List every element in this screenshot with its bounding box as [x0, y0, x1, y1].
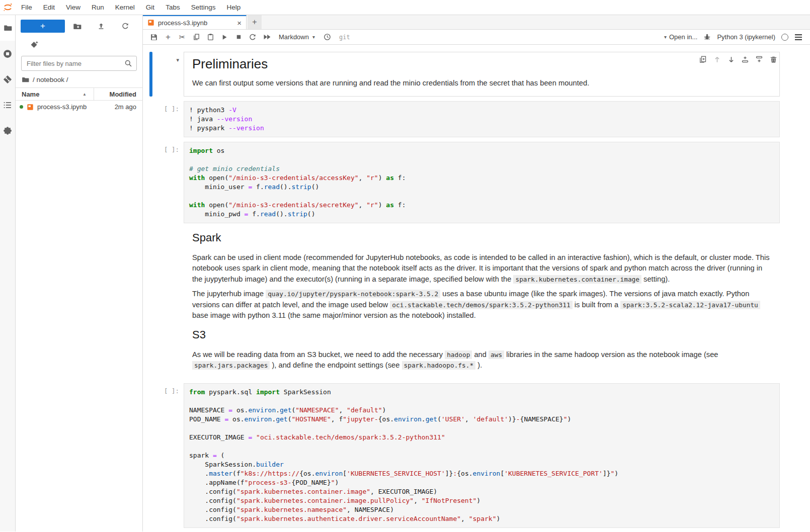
md-text: As we will be reading data from an S3 bu… — [192, 350, 445, 359]
kernel-name[interactable]: Python 3 (ipykernel) — [717, 33, 775, 41]
cell-input-prompt: [ ]: — [152, 142, 184, 223]
tab-process-s3[interactable]: process-s3.ipynb × — [143, 15, 247, 29]
debugger-bug-icon[interactable] — [703, 33, 711, 41]
refresh-button[interactable] — [118, 20, 132, 32]
add-cell-button[interactable]: + — [161, 31, 175, 43]
notebook-file-icon — [147, 19, 154, 26]
notebook-file-icon — [27, 104, 34, 111]
code-line: ! python3 -V — [189, 106, 774, 115]
breadcrumb[interactable]: / notebook / — [16, 71, 142, 87]
cell-input-prompt: [ ]: — [152, 383, 184, 528]
folder-icon — [4, 24, 12, 32]
inline-code: spark.hadoopo.fs.* — [402, 361, 476, 370]
execution-time-icon[interactable] — [320, 31, 334, 43]
md-p: As we will be reading data from an S3 bu… — [192, 349, 771, 371]
jupyter-logo-icon — [0, 3, 16, 12]
left-sidebar — [0, 15, 16, 531]
upload-button[interactable] — [94, 20, 108, 32]
code-cell[interactable]: [ ]:! python3 -V! java --version! pyspar… — [149, 101, 780, 137]
sidebar-tab-file-browser[interactable] — [0, 15, 15, 41]
heading-collapse-icon[interactable]: ▾ — [176, 57, 179, 63]
md-text: and — [472, 350, 489, 359]
code-line — [189, 442, 774, 451]
puzzle-icon — [3, 126, 12, 135]
sidebar-tab-extension-manager[interactable] — [0, 118, 15, 143]
code-line — [189, 424, 774, 433]
tab-bar: process-s3.ipynb × + — [143, 15, 810, 30]
md-text: We can first output some versions that a… — [192, 79, 589, 87]
column-modified[interactable]: Modified — [94, 88, 142, 100]
md-text: base image with python 3.11 (the same ma… — [192, 311, 476, 319]
code-line — [189, 397, 774, 406]
sidebar-tab-running-sessions[interactable] — [0, 41, 15, 66]
git-clone-icon[interactable] — [31, 41, 39, 49]
copy-cells-button[interactable] — [189, 31, 203, 43]
code-line: ! java --version — [189, 115, 774, 124]
code-line: import os — [189, 146, 774, 155]
new-launcher-button[interactable]: + — [21, 20, 65, 33]
file-browser-panel: + — [16, 15, 143, 531]
inline-code: aws — [489, 350, 504, 359]
menu-git[interactable]: Git — [142, 0, 158, 15]
cut-cells-button[interactable]: ✂ — [175, 31, 189, 43]
md-text: ), and define the endpoint settings (see — [270, 361, 401, 369]
menu-kernel[interactable]: Kernel — [111, 0, 139, 15]
inline-code: spark.kubernetes.container.image — [513, 275, 641, 284]
menu-view[interactable]: View — [62, 0, 85, 15]
new-folder-button[interactable] — [70, 20, 84, 32]
kernel-status-icon[interactable] — [781, 34, 788, 41]
new-tab-button[interactable]: + — [248, 15, 262, 29]
menu-help[interactable]: Help — [222, 0, 245, 15]
hamburger-menu-icon[interactable] — [794, 34, 802, 41]
chevron-down-icon: ▾ — [312, 34, 315, 40]
code-editor[interactable]: from pyspark.sql import SparkSession NAM… — [184, 383, 780, 528]
code-editor[interactable]: import os # get minio credentialswith op… — [184, 142, 780, 223]
cell-gutter: ▾ — [152, 52, 184, 97]
run-cell-button[interactable] — [217, 31, 231, 43]
delete-cell-button[interactable] — [769, 55, 778, 64]
menu-file[interactable]: File — [17, 0, 36, 15]
menu-settings[interactable]: Settings — [187, 0, 220, 15]
column-name[interactable]: Name ▲ — [16, 88, 94, 100]
paste-cells-button[interactable] — [203, 31, 217, 43]
menu-edit[interactable]: Edit — [39, 0, 59, 15]
sidebar-tab-table-of-contents[interactable] — [0, 92, 15, 118]
code-line: # get minio credentials — [189, 164, 774, 173]
unsaved-changes-dot — [20, 105, 23, 109]
inline-code: spark:3.5.2-scala2.12-java17-ubuntu — [620, 301, 760, 309]
sidebar-tab-git[interactable] — [0, 66, 15, 92]
file-browser-toolbar: + — [16, 15, 142, 35]
move-cell-down-button[interactable] — [726, 55, 736, 64]
file-list-item[interactable]: process-s3.ipynb2m ago — [16, 101, 142, 113]
cell-type-dropdown[interactable]: Markdown ▾ — [274, 33, 320, 41]
markdown-cell[interactable]: ▾PreliminariesWe can first output some v… — [149, 52, 780, 97]
code-line: with open("/minio-s3-credentials/accessK… — [189, 173, 774, 183]
move-cell-up-button[interactable] — [712, 55, 721, 64]
filter-files-input[interactable] — [26, 59, 124, 68]
cell-gutter — [152, 228, 184, 379]
code-line: .config("spark.kubernetes.container.imag… — [189, 487, 774, 496]
markdown-cell[interactable]: SparkSpark can be used in client mode (r… — [149, 228, 780, 379]
code-cell[interactable]: [ ]:import os # get minio credentialswit… — [149, 142, 780, 223]
close-icon[interactable]: × — [237, 19, 241, 27]
file-list: process-s3.ipynb2m ago — [16, 101, 142, 113]
markdown-body: PreliminariesWe can first output some ve… — [184, 52, 780, 97]
inline-code: oci.stackable.tech/demos/spark:3.5.2-pyt… — [390, 301, 572, 309]
code-cell[interactable]: [ ]:from pyspark.sql import SparkSession… — [149, 383, 780, 528]
insert-cell-above-button[interactable] — [741, 55, 750, 64]
insert-cell-below-button[interactable] — [755, 55, 764, 64]
interrupt-kernel-button[interactable] — [231, 31, 246, 43]
filter-files-box — [21, 56, 137, 71]
code-editor[interactable]: ! python3 -V! java --version! pyspark --… — [184, 101, 780, 137]
menu-run[interactable]: Run — [88, 0, 108, 15]
run-all-cells-button[interactable] — [260, 31, 274, 43]
duplicate-cell-button[interactable] — [698, 55, 707, 64]
git-status-label: git — [334, 34, 355, 41]
file-name: process-s3.ipynb — [37, 103, 115, 111]
markdown-body: SparkSpark can be used in client mode (r… — [184, 228, 780, 379]
restart-kernel-button[interactable] — [246, 31, 260, 43]
open-in-dropdown[interactable]: ▾ Open in... — [664, 33, 697, 41]
save-button[interactable] — [147, 31, 161, 43]
inline-code: quay.io/jupyter/pyspark-notebook:spark-3… — [266, 290, 440, 298]
menu-tabs[interactable]: Tabs — [161, 0, 184, 15]
